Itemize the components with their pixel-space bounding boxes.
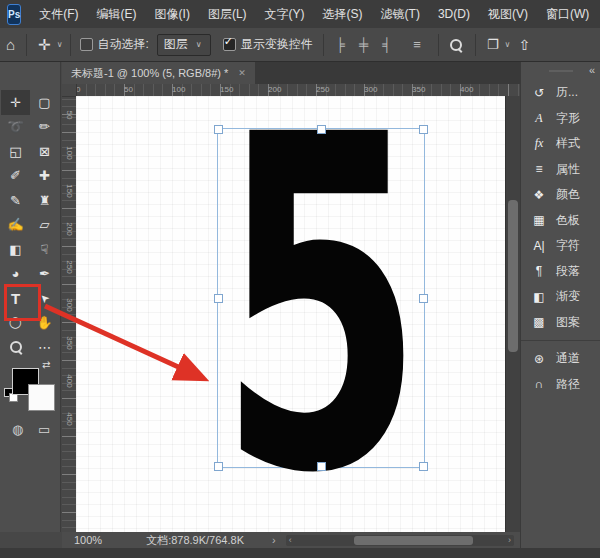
- panel-header: «: [521, 62, 600, 80]
- panel-item-glyphs[interactable]: A 字形: [521, 106, 600, 132]
- eyedropper-tool-icon: ✐: [10, 168, 21, 183]
- panel-item-label: 字形: [556, 110, 580, 127]
- lasso-tool[interactable]: ➰: [1, 115, 30, 140]
- panel-item-pattern[interactable]: ▩ 图案: [521, 310, 600, 336]
- panel-item-label: 通道: [556, 350, 580, 367]
- background-color-swatch[interactable]: [28, 384, 55, 411]
- menu-image[interactable]: 图像(I): [146, 0, 199, 28]
- history-brush-tool[interactable]: ✍: [1, 213, 30, 238]
- gradient-tool[interactable]: ◧: [1, 237, 30, 262]
- menu-layer[interactable]: 图层(L): [199, 0, 256, 28]
- panel-item-swatches[interactable]: ▦ 色板: [521, 208, 600, 234]
- brush-tool[interactable]: ✎: [1, 188, 30, 213]
- dodge-tool[interactable]: ◕: [1, 262, 30, 287]
- panel-item-character[interactable]: A| 字符: [521, 233, 600, 259]
- panel-grip[interactable]: [549, 70, 573, 72]
- healing-brush-tool[interactable]: ✚: [30, 164, 59, 189]
- zoom-tool-icon: [10, 341, 22, 353]
- vertical-scrollbar-thumb[interactable]: [508, 200, 518, 352]
- rectangular-marquee-tool[interactable]: ▢: [30, 90, 59, 115]
- panel-item-channels[interactable]: ⊛ 通道: [521, 346, 600, 372]
- collapse-panels-icon[interactable]: «: [589, 64, 595, 76]
- transform-handle-top-center[interactable]: [317, 125, 326, 134]
- transform-handle-top-right[interactable]: [419, 125, 428, 134]
- quick-mask-button[interactable]: ◍: [12, 422, 23, 437]
- transform-handle-mid-right[interactable]: [419, 294, 428, 303]
- crop-tool-icon: ◱: [9, 144, 21, 159]
- share-icon[interactable]: ⇧: [512, 37, 536, 53]
- vertical-ruler[interactable]: 50 100 150 200 250 300 350 400 450: [62, 96, 77, 532]
- zoom-tool[interactable]: [1, 335, 30, 360]
- auto-select-checkbox[interactable]: [80, 38, 93, 51]
- channels-panel-icon: ⊛: [530, 352, 548, 366]
- horizontal-scrollbar-thumb[interactable]: [354, 536, 473, 545]
- color-panel-icon: ❖: [530, 188, 548, 202]
- frame-tool-icon: ⊠: [39, 144, 50, 159]
- frame-tool[interactable]: ⊠: [30, 139, 59, 164]
- eraser-tool[interactable]: ▱: [30, 213, 59, 238]
- panel-item-properties[interactable]: ≡ 属性: [521, 157, 600, 183]
- clone-stamp-tool[interactable]: ♜: [30, 188, 59, 213]
- home-icon[interactable]: ⌂: [0, 36, 21, 53]
- paragraph-panel-icon: ¶: [530, 264, 548, 278]
- menu-edit[interactable]: 编辑(E): [88, 0, 146, 28]
- panel-item-gradient[interactable]: ◧ 渐变: [521, 284, 600, 310]
- transform-handle-top-left[interactable]: [214, 125, 223, 134]
- menu-select[interactable]: 选择(S): [314, 0, 372, 28]
- vertical-scrollbar[interactable]: [505, 96, 520, 532]
- zoom-level-field[interactable]: 100%: [74, 534, 102, 546]
- auto-select-target-dropdown[interactable]: 图层 ∨: [157, 34, 211, 56]
- gradient-tool-icon: ◧: [9, 242, 21, 257]
- pen-tool[interactable]: ✒: [30, 262, 59, 287]
- menu-view[interactable]: 视图(V): [479, 0, 537, 28]
- menu-filter[interactable]: 滤镜(T): [372, 0, 429, 28]
- auto-select-target-value: 图层: [164, 36, 188, 53]
- smudge-tool[interactable]: ☟: [30, 237, 59, 262]
- ruler-corner: [62, 84, 77, 97]
- eyedropper-tool[interactable]: ✐: [1, 164, 30, 189]
- panel-item-label: 色板: [556, 212, 580, 229]
- transform-handle-bottom-left[interactable]: [214, 462, 223, 471]
- clone-stamp-tool-icon: ♜: [39, 193, 51, 208]
- chevron-down-icon[interactable]: ∨: [57, 40, 63, 49]
- panel-item-styles[interactable]: fx 样式: [521, 131, 600, 157]
- ruler-tick-label: 150: [64, 183, 74, 199]
- scroll-left-icon[interactable]: ‹: [289, 535, 292, 546]
- move-tool[interactable]: ✛: [1, 90, 30, 115]
- move-tool-preset-icon[interactable]: ✛: [32, 36, 57, 54]
- menu-window[interactable]: 窗口(W): [537, 0, 598, 28]
- horizontal-scrollbar[interactable]: ‹ ›: [286, 535, 514, 546]
- panel-item-paths[interactable]: ∩ 路径: [521, 372, 600, 398]
- panel-item-color[interactable]: ❖ 颜色: [521, 182, 600, 208]
- text-layer: 5: [218, 129, 424, 467]
- quick-selection-tool[interactable]: ✏: [30, 115, 59, 140]
- edit-toolbar-button[interactable]: ⋯: [30, 335, 59, 360]
- transform-handle-mid-left[interactable]: [214, 294, 223, 303]
- panel-item-history[interactable]: ↺ 历...: [521, 80, 600, 106]
- workspace-icon[interactable]: ❐: [481, 37, 505, 52]
- crop-tool[interactable]: ◱: [1, 139, 30, 164]
- scroll-right-icon[interactable]: ›: [508, 535, 511, 546]
- pen-tool-icon: ✒: [39, 266, 50, 281]
- status-popup-chevron-icon[interactable]: ›: [272, 534, 276, 546]
- document-canvas[interactable]: 5: [76, 96, 505, 532]
- styles-panel-icon: fx: [530, 136, 548, 151]
- search-icon[interactable]: [450, 39, 462, 51]
- menu-type[interactable]: 文字(Y): [256, 0, 314, 28]
- ruler-tick-label: 100: [172, 85, 185, 94]
- transform-bounding-box[interactable]: 5: [217, 128, 425, 468]
- chevron-down-icon[interactable]: ∨: [505, 40, 511, 49]
- transform-handle-bottom-right[interactable]: [419, 462, 428, 471]
- menu-3d[interactable]: 3D(D): [429, 0, 479, 28]
- screen-mode-button[interactable]: ▭: [38, 422, 50, 437]
- document-tab-title: 未标题-1 @ 100% (5, RGB/8#) *: [71, 66, 228, 81]
- swap-colors-icon[interactable]: ⇄: [42, 359, 50, 370]
- transform-handle-bottom-center[interactable]: [317, 462, 326, 471]
- brush-tool-icon: ✎: [10, 193, 21, 208]
- document-size-info: 文档:878.9K/764.8K: [146, 533, 244, 548]
- auto-select-label: 自动选择:: [98, 36, 149, 53]
- history-panel-icon: ↺: [530, 86, 548, 100]
- panel-item-paragraph[interactable]: ¶ 段落: [521, 259, 600, 285]
- menu-file[interactable]: 文件(F): [30, 0, 87, 28]
- photoshop-logo: Ps: [7, 4, 21, 25]
